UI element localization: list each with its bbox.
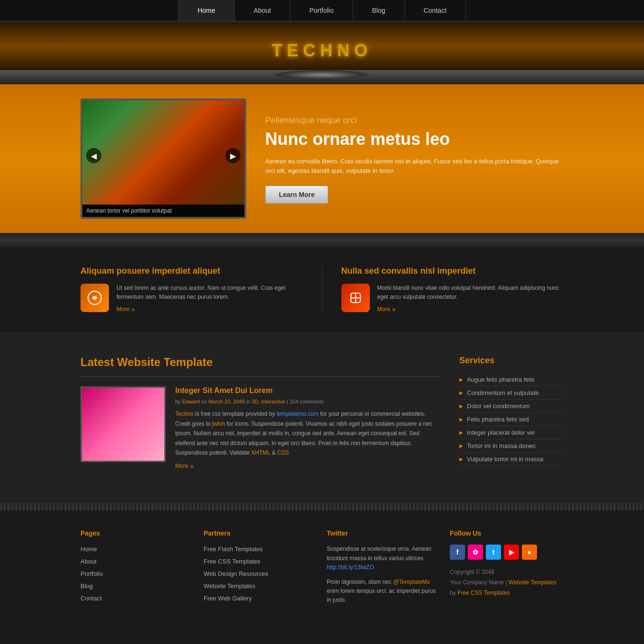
- nav-portfolio[interactable]: Portfolio: [290, 0, 353, 21]
- footer-twitter-title: Twitter: [327, 529, 440, 537]
- partner-gallery[interactable]: Free Web Gallery: [204, 595, 252, 602]
- xhtml-link[interactable]: XHTML: [251, 449, 270, 456]
- rss-icon[interactable]: ●: [522, 545, 537, 560]
- hero-body: Aenean eu convallis libero. Cras iaculis…: [265, 157, 564, 177]
- service-item: Augue felis pharetra felis: [459, 373, 564, 386]
- learn-more-button[interactable]: Learn More: [265, 186, 328, 204]
- footer-page-blog[interactable]: Blog: [80, 582, 93, 590]
- partner-css[interactable]: Free CSS Templates: [204, 558, 260, 565]
- slide-image: [82, 100, 244, 205]
- twitter-body-1: Suspendisse at scelerisque urna. Aenean …: [327, 545, 440, 572]
- hero-subtitle: Pellentesque neque orci: [265, 114, 564, 127]
- nav-home[interactable]: Home: [178, 0, 234, 21]
- main-section-title: Latest Website Template: [80, 356, 440, 369]
- twitter-body-2: Proin dignissim, diam nec @TemplateMo en…: [327, 578, 440, 605]
- twitter-icon[interactable]: t: [486, 545, 501, 560]
- header-divider: [0, 70, 644, 84]
- feature-2-body: Morbi blandit nunc vitae odio volutpat h…: [377, 284, 564, 302]
- hero-section: Aenean tortor vel porttitor volutpat ◀ ▶…: [0, 84, 644, 233]
- partner-templates[interactable]: Website Templates: [204, 582, 255, 590]
- footer-page-portfolio[interactable]: Portfolio: [80, 570, 103, 577]
- nav-blog[interactable]: Blog: [353, 0, 405, 21]
- hero-title: Nunc ornare metus leo: [265, 129, 564, 149]
- youtube-icon[interactable]: ▶: [504, 545, 519, 560]
- footer-pages-list: Home About Portfolio Blog Contact: [80, 545, 194, 602]
- css-link[interactable]: CSS: [277, 449, 289, 456]
- footer: Pages Home About Portfolio Blog Contact …: [0, 510, 644, 620]
- blog-post: Integer Sit Amet Dui Lorem by Edward on …: [80, 386, 440, 470]
- footer-partners: Partners Free Flash Templates Free CSS T…: [204, 529, 317, 610]
- next-slide-button[interactable]: ▶: [225, 148, 241, 163]
- section-divider: [80, 376, 440, 377]
- feature-1-body: Ut sed lorem ac ante cursus auctor. Nam …: [116, 284, 303, 302]
- service-item: Condimentum et vulputate: [459, 386, 564, 400]
- footer-page-contact[interactable]: Contact: [80, 595, 102, 602]
- copyright-website-templates-link[interactable]: Website Templates: [509, 579, 556, 586]
- feature-2-more[interactable]: More »: [377, 305, 564, 313]
- feature-1-more[interactable]: More »: [116, 305, 303, 313]
- footer-page-about[interactable]: About: [80, 558, 97, 565]
- footer-divider: [0, 503, 644, 510]
- slideshow: Aenean tortor vel porttitor volutpat ◀ ▶: [80, 98, 246, 219]
- nav-about[interactable]: About: [235, 0, 291, 21]
- footer-partners-list: Free Flash Templates Free CSS Templates …: [204, 545, 317, 602]
- services-list: Augue felis pharetra felis Condimentum e…: [459, 373, 564, 466]
- social-icons: f ✿ t ▶ ●: [450, 545, 564, 560]
- blog-meta: by Edward on March 23, 2048 in 3D, Inter…: [175, 399, 440, 404]
- blog-thumbnail: [80, 386, 166, 462]
- blog-post-title: Integer Sit Amet Dui Lorem: [175, 386, 440, 395]
- feature-divider: [322, 266, 322, 313]
- slide-caption: Aenean tortor vel porttitor volutpat: [82, 205, 244, 217]
- techno-link[interactable]: Techno: [175, 411, 194, 417]
- hero-text: Pellentesque neque orci Nunc ornare metu…: [265, 114, 564, 204]
- feature-1-icon: [80, 284, 109, 312]
- feature-2-icon: [341, 284, 370, 312]
- blog-author-link[interactable]: Edward: [182, 399, 200, 404]
- mid-divider: [0, 233, 644, 247]
- flickr-icon[interactable]: ✿: [468, 545, 483, 560]
- partner-flash[interactable]: Free Flash Templates: [204, 546, 263, 553]
- footer-partners-title: Partners: [204, 529, 317, 537]
- footer-page-home[interactable]: Home: [80, 546, 97, 553]
- footer-twitter: Twitter Suspendisse at scelerisque urna.…: [327, 529, 440, 610]
- facebook-icon[interactable]: f: [450, 545, 465, 560]
- templatemo-link[interactable]: templatemo.com: [277, 411, 319, 417]
- services-section: Services Augue felis pharetra felis Cond…: [459, 356, 564, 479]
- jwloh-link[interactable]: jwloh: [212, 420, 225, 427]
- main-left: Latest Website Template Integer Sit Amet…: [80, 356, 440, 479]
- blog-category-link[interactable]: 3D, Interactive: [251, 399, 285, 404]
- services-title: Services: [459, 356, 564, 366]
- service-item: Vulputate tortor mi in massa: [459, 453, 564, 466]
- nav-contact[interactable]: Contact: [405, 0, 466, 21]
- blog-content: Integer Sit Amet Dui Lorem by Edward on …: [175, 386, 440, 470]
- footer-follow-title: Follow Us: [450, 529, 564, 537]
- main-section: Latest Website Template Integer Sit Amet…: [0, 332, 644, 503]
- main-nav: Home About Portfolio Blog Contact: [0, 0, 644, 22]
- footer-pages: Pages Home About Portfolio Blog Contact: [80, 529, 194, 610]
- header-band: TECHNO: [0, 22, 644, 70]
- blog-body: Techno is free css template provided by …: [175, 409, 440, 457]
- prev-slide-button[interactable]: ◀: [86, 148, 101, 163]
- post-more-link[interactable]: More »: [175, 462, 440, 470]
- service-item: Tortor mi in massa donec: [459, 439, 564, 453]
- site-title: TECHNO: [0, 31, 644, 70]
- features-section: Aliquam posuere imperdiet aliquet Ut sed…: [0, 247, 644, 332]
- twitter-mention[interactable]: @TemplateMo: [393, 579, 430, 585]
- feature-1-title: Aliquam posuere imperdiet aliquet: [80, 266, 303, 276]
- feature-2: Nulla sed convallis nisl imperdiet Morbi…: [341, 266, 564, 313]
- footer-pages-title: Pages: [80, 529, 194, 537]
- copyright-free-css-link[interactable]: Free CSS Templates: [457, 590, 510, 596]
- service-item: Integer placerat dolor vel: [459, 426, 564, 439]
- blog-date-link[interactable]: March 23, 2048: [208, 399, 244, 404]
- twitter-link[interactable]: http://bit.ly/13IwZO: [327, 564, 374, 571]
- footer-follow: Follow Us f ✿ t ▶ ● Copyright © 2048 You…: [450, 529, 564, 610]
- service-item: Dolor vel condimentum: [459, 400, 564, 413]
- copyright: Copyright © 2048 Your Company Name | Web…: [450, 567, 564, 598]
- feature-2-title: Nulla sed convallis nisl imperdiet: [341, 266, 564, 276]
- service-item: Felis pharetra felis sed: [459, 413, 564, 426]
- partner-webdesign[interactable]: Web Design Resources: [204, 570, 268, 577]
- feature-1: Aliquam posuere imperdiet aliquet Ut sed…: [80, 266, 303, 313]
